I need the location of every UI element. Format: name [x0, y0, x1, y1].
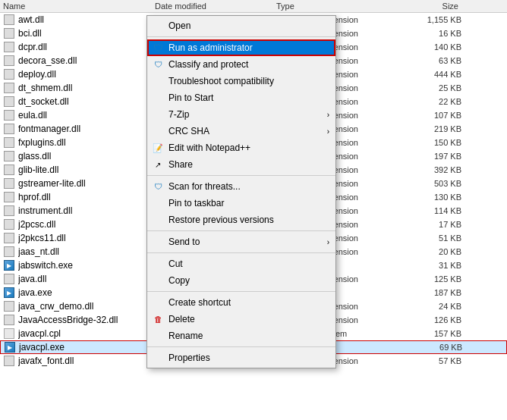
menu-item-properties[interactable]: Properties: [147, 349, 335, 366]
file-name: fontmanager.dll: [18, 124, 158, 134]
file-name: j2pcsc.dll: [18, 219, 158, 230]
menu-item-troubleshoot-compatibility[interactable]: Troubleshoot compatibility: [147, 73, 335, 89]
menu-separator: [147, 36, 335, 37]
file-size: 69 KB: [402, 343, 462, 352]
file-size: 219 KB: [401, 124, 461, 133]
menu-item-label: Open: [168, 20, 191, 31]
dll-icon: [4, 233, 14, 243]
file-name: javacpl.cpl: [18, 328, 158, 339]
menu-item-share[interactable]: ↗Share: [147, 156, 335, 173]
file-icon: ▶: [4, 341, 16, 353]
dll-icon: [4, 137, 14, 148]
menu-item-label: Pin to Start: [168, 92, 213, 103]
file-name: java.dll: [18, 274, 158, 284]
file-name: gstreamer-lite.dll: [18, 178, 158, 189]
file-icon: [3, 218, 15, 230]
file-name: deploy.dll: [18, 69, 158, 80]
dll-icon: [4, 14, 14, 25]
file-size: 17 KB: [401, 220, 461, 229]
file-icon: [3, 68, 15, 80]
file-name: eula.dll: [18, 110, 158, 121]
file-name: dcpr.dll: [18, 42, 158, 52]
dll-icon: [4, 205, 14, 216]
file-icon: [3, 205, 15, 217]
file-icon: [3, 109, 15, 121]
file-name: JavaAccessBridge-32.dll: [18, 315, 158, 325]
dll-icon: [4, 301, 14, 312]
file-name: jaas_nt.dll: [18, 246, 158, 257]
menu-item-scan-for-threats...[interactable]: 🛡Scan for threats...: [147, 178, 335, 195]
file-icon: ▶: [3, 287, 15, 299]
file-size: 125 KB: [401, 274, 461, 284]
file-size: 126 KB: [401, 315, 461, 324]
file-name: glass.dll: [18, 151, 158, 161]
submenu-arrow: ›: [327, 238, 329, 246]
uac-icon: 🛡: [152, 42, 164, 54]
menu-item-edit-with-notepad++[interactable]: 📝Edit with Notepad++: [147, 139, 335, 156]
file-name: fxplugins.dll: [18, 137, 158, 148]
menu-item-label: Share: [168, 159, 193, 170]
col-header-name[interactable]: Name: [3, 2, 155, 11]
file-size: 114 KB: [401, 206, 461, 215]
file-name: dt_socket.dll: [18, 96, 158, 107]
col-header-date[interactable]: Date modified: [155, 2, 276, 11]
menu-separator: [147, 346, 335, 347]
file-icon: [3, 123, 15, 135]
file-name: bci.dll: [18, 28, 158, 39]
file-name: java_crw_demo.dll: [18, 301, 158, 312]
file-icon: [3, 82, 15, 94]
menu-item-label: Delete: [168, 314, 195, 324]
menu-item-open[interactable]: Open: [147, 17, 335, 34]
file-size: 392 KB: [401, 165, 461, 174]
menu-separator: [147, 230, 335, 231]
col-header-size[interactable]: Size: [398, 2, 458, 11]
menu-item-label: Create shortcut: [168, 297, 231, 308]
file-name: javacpl.exe: [19, 342, 159, 353]
file-icon: [3, 273, 15, 285]
menu-item-label: Classify and protect: [168, 59, 248, 70]
menu-item-label: Edit with Notepad++: [168, 143, 250, 153]
menu-item-delete[interactable]: 🗑Delete: [147, 311, 335, 328]
menu-item-crc-sha[interactable]: CRC SHA›: [147, 123, 335, 139]
file-size: 1,155 KB: [401, 15, 461, 24]
submenu-arrow: ›: [327, 127, 329, 136]
dll-icon: [4, 151, 14, 161]
menu-item-pin-to-start[interactable]: Pin to Start: [147, 89, 335, 106]
file-icon: [3, 55, 15, 67]
menu-item-cut[interactable]: Cut: [147, 255, 335, 272]
file-name: java.exe: [18, 287, 158, 298]
file-size: 503 KB: [401, 179, 461, 188]
menu-item-label: Run as administrator: [168, 42, 253, 53]
menu-item-rename[interactable]: Rename: [147, 328, 335, 344]
file-icon: [3, 246, 15, 258]
menu-item-7-zip[interactable]: 7-Zip›: [147, 106, 335, 123]
dll-icon: [4, 110, 14, 121]
menu-item-run-as-administrator[interactable]: 🛡Run as administrator: [147, 39, 335, 56]
menu-item-pin-to-taskbar[interactable]: Pin to taskbar: [147, 195, 335, 212]
file-icon: [3, 300, 15, 312]
dll-icon: [4, 219, 14, 230]
file-size: 140 KB: [401, 42, 461, 52]
menu-item-create-shortcut[interactable]: Create shortcut: [147, 294, 335, 311]
file-size: 22 KB: [401, 97, 461, 106]
menu-item-restore-previous-versions[interactable]: Restore previous versions: [147, 212, 335, 228]
file-icon: [3, 14, 15, 26]
file-size: 20 KB: [401, 247, 461, 256]
menu-item-copy[interactable]: Copy: [147, 272, 335, 289]
menu-item-send-to[interactable]: Send to›: [147, 234, 335, 250]
menu-item-label: Properties: [168, 353, 210, 363]
menu-item-label: Send to: [168, 237, 200, 247]
dll-icon: [4, 274, 14, 284]
file-size: 63 KB: [401, 56, 461, 65]
exe-icon: ▶: [5, 342, 15, 353]
dll-icon: [4, 356, 14, 366]
menu-item-classify-and-protect[interactable]: 🛡Classify and protect: [147, 56, 335, 73]
exe-icon: ▶: [4, 287, 14, 298]
dll-icon: [4, 246, 14, 257]
col-header-type[interactable]: Type: [276, 2, 398, 11]
file-name: j2pkcs11.dll: [18, 233, 158, 243]
scan-icon: 🛡: [152, 180, 164, 193]
file-name: javafx_font.dll: [18, 356, 158, 366]
delete-icon: 🗑: [152, 313, 164, 325]
dll-icon: [4, 42, 14, 52]
